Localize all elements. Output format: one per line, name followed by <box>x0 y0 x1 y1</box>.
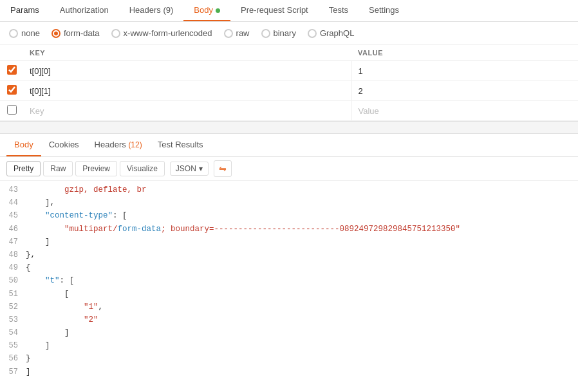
row1-key[interactable]: t[0][0] <box>23 61 351 81</box>
row2-checkbox[interactable] <box>7 85 17 95</box>
code-line-56: 56 } <box>0 352 578 365</box>
code-line-47: 47 ] <box>0 236 578 248</box>
line-content-49: { <box>26 261 578 274</box>
radio-circle-none <box>9 29 18 38</box>
body-active-dot <box>216 8 220 13</box>
radio-none[interactable]: none <box>9 28 40 38</box>
line-num-46: 46 <box>0 223 26 236</box>
row1-value[interactable]: 1 <box>351 61 578 81</box>
line-num-56: 56 <box>0 352 26 365</box>
radio-circle-binary <box>261 29 270 38</box>
line-content-53: "2" <box>26 313 578 326</box>
line-num-49: 49 <box>0 261 26 274</box>
radio-circle-x-www <box>111 29 120 38</box>
radio-form-data[interactable]: form-data <box>51 28 100 38</box>
radio-x-www[interactable]: x-www-form-urlencoded <box>111 28 212 38</box>
response-tab-body[interactable]: Body <box>6 134 41 156</box>
code-line-55: 55 ] <box>0 339 578 352</box>
code-line-53: 53 "2" <box>0 313 578 326</box>
code-line-52: 52 "1", <box>0 301 578 313</box>
code-line-44: 44 ], <box>0 196 578 209</box>
tab-headers[interactable]: Headers (9) <box>119 0 184 21</box>
line-num-51: 51 <box>0 288 26 301</box>
row2-key[interactable]: t[0][1] <box>23 81 351 101</box>
row2-value[interactable]: 2 <box>351 81 578 101</box>
line-num-57: 57 <box>0 366 26 378</box>
code-line-43: 43 gzip, deflate, br <box>0 183 578 196</box>
placeholder-key[interactable]: Key <box>23 101 351 121</box>
radio-circle-raw <box>224 29 233 38</box>
line-content-50: "t": [ <box>26 274 578 287</box>
code-line-57: 57 ] <box>0 366 578 378</box>
chevron-down-icon: ▾ <box>199 164 203 173</box>
code-line-54: 54 ] <box>0 326 578 339</box>
line-num-50: 50 <box>0 274 26 287</box>
wrap-button[interactable]: ⇋ <box>214 160 232 177</box>
radio-raw[interactable]: raw <box>224 28 250 38</box>
radio-graphql[interactable]: GraphQL <box>308 28 354 38</box>
response-tab-test-results[interactable]: Test Results <box>150 134 211 156</box>
radio-circle-form-data <box>51 29 61 38</box>
line-num-47: 47 <box>0 236 26 248</box>
view-raw-btn[interactable]: Raw <box>43 161 73 176</box>
code-line-45: 45 "content-type": [ <box>0 209 578 222</box>
line-content-47: ] <box>26 236 578 248</box>
radio-circle-graphql <box>308 29 317 38</box>
line-content-56: } <box>26 352 578 365</box>
row1-checkbox[interactable] <box>7 65 17 75</box>
line-num-53: 53 <box>0 313 26 326</box>
view-preview-btn[interactable]: Preview <box>75 161 117 176</box>
key-header: KEY <box>23 45 351 61</box>
response-tab-headers[interactable]: Headers (12) <box>87 134 150 156</box>
placeholder-checkbox[interactable] <box>7 105 17 115</box>
tab-params[interactable]: Params <box>0 0 50 21</box>
line-content-57: ] <box>26 366 578 378</box>
line-num-52: 52 <box>0 301 26 313</box>
row2-check-cell <box>0 81 23 101</box>
view-visualize-btn[interactable]: Visualize <box>120 161 165 176</box>
tab-authorization[interactable]: Authorization <box>50 0 119 21</box>
line-num-43: 43 <box>0 183 26 196</box>
code-line-51: 51 [ <box>0 288 578 301</box>
radio-binary[interactable]: binary <box>261 28 296 38</box>
line-content-52: "1", <box>26 301 578 313</box>
code-line-49: 49 { <box>0 261 578 274</box>
table-row-placeholder: Key Value <box>0 101 578 121</box>
line-content-51: [ <box>26 288 578 301</box>
bottom-tab-bar: Body Cookies Headers (12) Test Results <box>0 134 578 157</box>
kv-table: KEY VALUE t[0][0] 1 t[0][1] 2 Key Value <box>0 45 578 121</box>
code-panel: 43 gzip, deflate, br 44 ], 45 "content-t… <box>0 181 578 381</box>
section-divider <box>0 121 578 134</box>
row1-check-cell <box>0 61 23 81</box>
line-content-46: "multipart/form-data; boundary=---------… <box>26 223 578 236</box>
line-content-54: ] <box>26 326 578 339</box>
line-num-54: 54 <box>0 326 26 339</box>
line-num-55: 55 <box>0 339 26 352</box>
tab-body[interactable]: Body <box>183 0 230 21</box>
format-selector[interactable]: JSON ▾ <box>170 162 209 176</box>
table-row: t[0][0] 1 <box>0 61 578 81</box>
line-content-43: gzip, deflate, br <box>26 183 578 196</box>
tab-pre-request-script[interactable]: Pre-request Script <box>230 0 319 21</box>
line-num-48: 48 <box>0 248 26 261</box>
tab-settings[interactable]: Settings <box>359 0 409 21</box>
line-num-45: 45 <box>0 209 26 222</box>
top-tab-bar: Params Authorization Headers (9) Body Pr… <box>0 0 578 22</box>
table-row: t[0][1] 2 <box>0 81 578 101</box>
line-content-45: "content-type": [ <box>26 209 578 222</box>
response-tab-cookies[interactable]: Cookies <box>41 134 87 156</box>
code-line-50: 50 "t": [ <box>0 274 578 287</box>
line-content-48: }, <box>26 248 578 261</box>
line-num-44: 44 <box>0 196 26 209</box>
value-header: VALUE <box>351 45 578 61</box>
code-toolbar: Pretty Raw Preview Visualize JSON ▾ ⇋ <box>0 157 578 181</box>
check-header <box>0 45 23 61</box>
code-line-48: 48 }, <box>0 248 578 261</box>
placeholder-check-cell <box>0 101 23 121</box>
placeholder-value[interactable]: Value <box>351 101 578 121</box>
line-content-44: ], <box>26 196 578 209</box>
body-type-row: none form-data x-www-form-urlencoded raw… <box>0 22 578 45</box>
tab-tests[interactable]: Tests <box>319 0 359 21</box>
view-pretty-btn[interactable]: Pretty <box>6 161 41 176</box>
line-content-55: ] <box>26 339 578 352</box>
